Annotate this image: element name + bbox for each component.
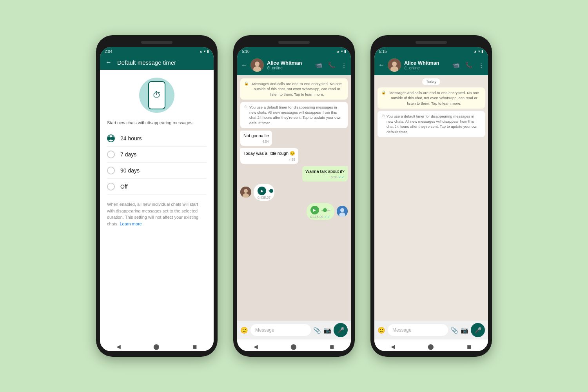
more-icon3[interactable]: ⋮: [478, 62, 484, 69]
phone2-status-icons: ▲ ▾ ▮: [336, 49, 346, 53]
voice-play-icon-out[interactable]: ▶: [310, 206, 319, 214]
svg-point-4: [244, 189, 248, 193]
radio-24h[interactable]: 24 hours: [107, 131, 207, 147]
attach-icon2[interactable]: 📎: [313, 327, 321, 334]
voice-inner-incoming: ▶: [258, 187, 270, 195]
radio-90days-circle: [107, 167, 115, 174]
read-check-icon: ✓✓: [338, 175, 345, 179]
back-nav-icon2[interactable]: ◀: [254, 343, 258, 350]
phone2-back-icon[interactable]: ←: [241, 62, 247, 69]
phone2-input-bar: 🙂 Message 📎 📷 🎤: [237, 321, 351, 339]
phone3: 5:15 ▲ ▾ ▮ ← Alice Whitman ⏱ online 📹: [370, 35, 492, 357]
recents-nav-icon2[interactable]: ◼: [330, 343, 334, 350]
wifi-icon: ▾: [204, 49, 206, 53]
phone2-speaker: [278, 41, 310, 44]
read-check-voice: ✓✓: [324, 215, 330, 219]
phone2-message-input[interactable]: Message: [250, 324, 311, 336]
msg-wanna-talk: Wanna talk about it? 5:05 ✓✓: [302, 166, 348, 181]
phone3-back-icon[interactable]: ←: [378, 62, 385, 69]
learn-more-link[interactable]: Learn more: [120, 221, 142, 226]
signal-icon3: ▲: [474, 49, 477, 53]
voice-times-incoming: 0:43 5:07: [258, 196, 270, 200]
phone3-chat-header-info: Alice Whitman ⏱ online: [404, 60, 449, 71]
phone3-time: 5:15: [379, 49, 387, 54]
back-nav-icon[interactable]: ◀: [116, 343, 121, 350]
footer-note: When enabled, all new individual chats w…: [107, 201, 207, 227]
msg-not-gonna-lie: Not gonna lie 4:54: [240, 131, 272, 146]
voice-waveform-incoming: [269, 191, 270, 191]
back-nav-icon3[interactable]: ◀: [391, 343, 395, 350]
video-call-icon3[interactable]: 📹: [452, 62, 460, 69]
back-arrow-icon[interactable]: ←: [105, 59, 112, 66]
phone2-chat-body: 🔒 Messages and calls are end-to-end encr…: [237, 75, 351, 321]
phone3-avatar[interactable]: [388, 58, 401, 72]
phone3-status-icons: ▲ ▾ ▮: [474, 49, 483, 53]
phone3-chat-header: ← Alice Whitman ⏱ online 📹 📞 ⋮: [374, 55, 488, 75]
msg-time-1: 4:55: [243, 158, 295, 162]
phone2-status-bar: 5:10 ▲ ▾ ▮: [237, 47, 351, 55]
voice-bubble-incoming[interactable]: ▶ 0:43 5:07: [254, 184, 274, 201]
mic-button3[interactable]: 🎤: [471, 323, 485, 337]
phone1-nav-bar: ◀ ⬤ ◼: [100, 339, 214, 351]
phone1-status-bar: 2:04 ▲ ▾ ▮: [100, 47, 214, 55]
input-placeholder2: Message: [255, 327, 274, 333]
radio-24h-circle: [107, 134, 115, 142]
encryption-notice2[interactable]: 🔒 Messages and calls are end-to-end encr…: [240, 78, 348, 100]
voice-play-icon[interactable]: ▶: [258, 187, 266, 195]
battery-icon: ▮: [207, 49, 209, 53]
signal-icon: ▲: [199, 49, 203, 53]
signal-icon2: ▲: [336, 49, 340, 53]
home-nav-icon2[interactable]: ⬤: [290, 343, 297, 350]
voice-waveform-outgoing: [321, 210, 330, 211]
phone2-chat-status: ⏱ online: [267, 66, 312, 70]
phone2-contact-name: Alice Whitman: [267, 60, 312, 66]
phone2-chat-header-info: Alice Whitman ⏱ online: [267, 60, 312, 71]
phone1-title: Default message timer: [117, 59, 176, 66]
mic-button2[interactable]: 🎤: [334, 323, 348, 337]
wifi-icon3: ▾: [478, 49, 480, 53]
msg-time-0: 4:54: [243, 140, 269, 144]
radio-7days[interactable]: 7 days: [107, 147, 207, 163]
home-nav-icon3[interactable]: ⬤: [428, 343, 434, 350]
disappear-notice2[interactable]: ⏱ You use a default timer for disappeari…: [240, 102, 348, 128]
home-nav-icon[interactable]: ⬤: [153, 343, 160, 350]
emoji-icon2[interactable]: 🙂: [240, 327, 248, 334]
video-call-icon[interactable]: 📹: [315, 62, 323, 69]
radio-7days-label: 7 days: [120, 151, 136, 158]
phone2-time: 5:10: [242, 49, 249, 54]
svg-point-10: [392, 62, 397, 66]
voice-bubble-outgoing[interactable]: ▶ 0:11 5:09 ✓✓: [307, 203, 334, 220]
phone3-status-bar: 5:15 ▲ ▾ ▮: [374, 47, 488, 55]
phone2: 5:10 ▲ ▾ ▮ ← Alice Whitman ⏱ online 📹: [233, 35, 355, 357]
phone1: 2:04 ▲ ▾ ▮ ← Default message timer ⏱ Sta…: [96, 35, 218, 357]
phone2-screen: 5:10 ▲ ▾ ▮ ← Alice Whitman ⏱ online 📹: [237, 47, 351, 351]
more-icon[interactable]: ⋮: [341, 62, 347, 69]
recents-nav-icon[interactable]: ◼: [192, 343, 197, 350]
phone3-header-icons: 📹 📞 ⋮: [452, 62, 484, 69]
radio-90days[interactable]: 90 days: [107, 163, 207, 179]
camera-icon3[interactable]: 📷: [461, 327, 468, 334]
call-icon[interactable]: 📞: [328, 62, 336, 69]
input-placeholder3: Message: [392, 327, 412, 333]
emoji-icon3[interactable]: 🙂: [377, 327, 385, 334]
phone2-nav-bar: ◀ ⬤ ◼: [237, 339, 351, 351]
phone2-avatar[interactable]: [250, 58, 264, 72]
msg-little-rough: Today was a little rough 😔 4:55: [240, 148, 298, 163]
attach-icon3[interactable]: 📎: [450, 327, 458, 334]
voice-times-outgoing: 0:11 5:09 ✓✓: [310, 215, 330, 219]
date-badge: Today: [422, 78, 441, 85]
voice-outgoing: ▶ 0:11 5:09 ✓✓: [307, 203, 348, 220]
radio-off[interactable]: Off: [107, 179, 207, 195]
illustration-phone-inner: ⏱: [148, 81, 165, 109]
camera-icon2[interactable]: 📷: [323, 327, 331, 334]
phone3-speaker: [416, 41, 447, 44]
voice-incoming: ▶ 0:43 5:07: [240, 184, 274, 201]
call-icon3[interactable]: 📞: [465, 62, 473, 69]
encryption-notice3[interactable]: 🔒 Messages and calls are end-to-end encr…: [377, 87, 485, 109]
phone3-message-input[interactable]: Message: [388, 324, 448, 336]
timer-status-icon3: ⏱: [404, 66, 408, 70]
disappear-notice3[interactable]: ⏱ You use a default timer for disappeari…: [377, 111, 485, 137]
section-label: Start new chats with disappearing messag…: [107, 120, 207, 126]
recents-nav-icon3[interactable]: ◼: [467, 343, 472, 350]
phone1-speaker: [141, 41, 172, 44]
